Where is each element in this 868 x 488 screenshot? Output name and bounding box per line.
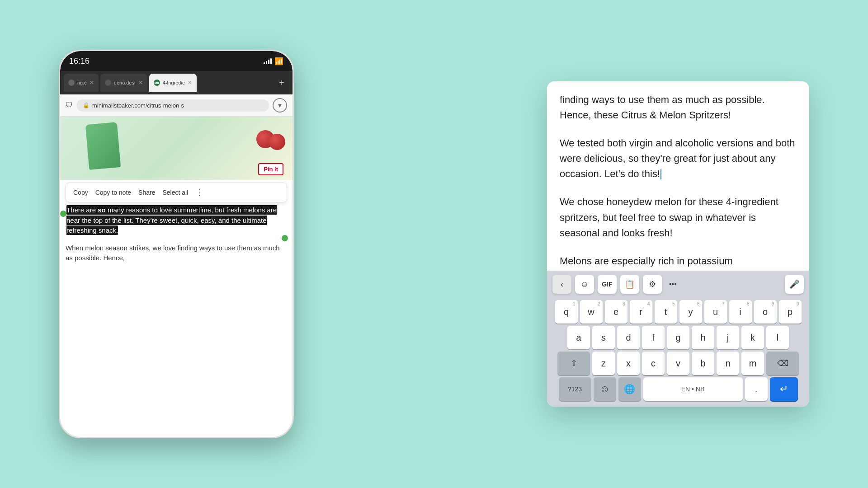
tab-1[interactable]: ng.c ✕ (64, 74, 99, 92)
tab-1-close[interactable]: ✕ (90, 80, 94, 86)
key-f[interactable]: f (642, 326, 665, 349)
share-button[interactable]: Share (138, 189, 155, 196)
key-x[interactable]: x (617, 352, 640, 375)
select-all-button[interactable]: Select all (162, 189, 188, 196)
text-content-area[interactable]: finding ways to use them as much as poss… (547, 81, 809, 271)
more-options-button[interactable]: ⋮ (195, 188, 203, 197)
keyboard-mic-button[interactable]: 🎤 (785, 275, 804, 294)
text-paragraph-2: We tested both virgin and alcoholic vers… (560, 136, 797, 182)
tab-1-label: ng.c (77, 80, 87, 85)
key-v[interactable]: v (667, 352, 689, 375)
space-label: EN • NB (681, 385, 705, 393)
key-n[interactable]: n (717, 352, 739, 375)
keyboard-settings-button[interactable]: ⚙ (643, 275, 662, 294)
key-emoji[interactable]: ☺ (594, 377, 616, 401)
key-globe[interactable]: 🌐 (618, 377, 641, 401)
key-g[interactable]: g (667, 326, 689, 349)
cherry-2 (269, 134, 285, 150)
selection-handle-left (60, 211, 66, 217)
more-dots-icon: ••• (669, 280, 677, 288)
clipboard-icon: 📋 (625, 279, 635, 289)
article-text-normal: When melon season strikes, we love findi… (60, 239, 292, 263)
text-paragraph-3: We chose honeydew melon for these 4-ingr… (560, 194, 797, 240)
key-z[interactable]: z (592, 352, 615, 375)
period-label: . (755, 384, 758, 394)
key-row-4: ?123 ☺ 🌐 EN • NB . ↵ (549, 377, 807, 401)
tab-3[interactable]: Mb 4-Ingredie ✕ (149, 74, 197, 92)
phone-device: 16:16 📶 ng.c ✕ (59, 50, 294, 438)
key-row-2: a s d f g h j k l (549, 326, 807, 349)
tab-2-favicon (105, 80, 111, 86)
status-bar: 16:16 📶 (60, 51, 292, 71)
key-e[interactable]: 3e (605, 300, 627, 324)
key-row-3: ⇧ z x c v b n m ⌫ (549, 352, 807, 375)
wifi-icon: 📶 (274, 57, 283, 66)
key-m[interactable]: m (741, 352, 764, 375)
key-i[interactable]: 8i (729, 300, 752, 324)
key-b[interactable]: b (692, 352, 714, 375)
key-l[interactable]: l (766, 326, 789, 349)
paragraph-1-text: finding ways to use them as much as poss… (560, 94, 765, 121)
keyboard-emoji-panel-button[interactable]: ☺ (575, 275, 594, 294)
status-icons: 📶 (264, 57, 283, 66)
tab-2-label: ueno.desi (114, 80, 136, 85)
key-q[interactable]: 1q (555, 300, 578, 324)
keyboard-clipboard-button[interactable]: 📋 (620, 275, 639, 294)
scene: 16:16 📶 ng.c ✕ (0, 0, 868, 488)
status-time: 16:16 (69, 56, 90, 66)
shift-icon: ⇧ (571, 358, 577, 368)
key-p[interactable]: 0p (779, 300, 802, 324)
keyboard-more-button[interactable]: ••• (665, 280, 680, 288)
key-s[interactable]: s (592, 326, 615, 349)
tab-2-close[interactable]: ✕ (138, 80, 143, 86)
key-backspace[interactable]: ⌫ (766, 352, 799, 375)
key-j[interactable]: j (717, 326, 739, 349)
settings-icon: ⚙ (649, 279, 656, 289)
backspace-icon: ⌫ (777, 358, 788, 368)
key-space[interactable]: EN • NB (643, 377, 743, 401)
key-t[interactable]: 5t (655, 300, 677, 324)
key-k[interactable]: k (741, 326, 764, 349)
lock-icon: 🔒 (83, 102, 90, 108)
text-paragraph-4: Melons are especially rich in potassium (560, 253, 797, 269)
paragraph-2-text: We tested both virgin and alcoholic vers… (560, 137, 795, 179)
article-text-selected: There are so many reasons to love summer… (60, 205, 292, 239)
tab-3-close[interactable]: ✕ (188, 80, 192, 86)
copy-to-note-button[interactable]: Copy to note (95, 189, 131, 196)
key-enter[interactable]: ↵ (770, 377, 798, 401)
tab-add-button[interactable]: + (274, 75, 289, 90)
copy-button[interactable]: Copy (73, 189, 88, 196)
key-number-mode[interactable]: ?123 (559, 377, 591, 401)
keyboard-back-button[interactable]: ‹ (552, 275, 571, 294)
key-c[interactable]: c (642, 352, 665, 375)
key-w[interactable]: 2w (580, 300, 603, 324)
key-shift[interactable]: ⇧ (557, 352, 590, 375)
key-y[interactable]: 6y (679, 300, 702, 324)
tab-2[interactable]: ueno.desi ✕ (100, 74, 147, 92)
save-to-pocket-button[interactable]: ▼ (273, 98, 287, 113)
url-text: minimalistbaker.com/citrus-melon-s (92, 102, 184, 109)
article-image: Pin it (60, 117, 292, 180)
key-a[interactable]: a (567, 326, 590, 349)
selection-handle-right (282, 235, 288, 241)
phone-screen: 16:16 📶 ng.c ✕ (60, 51, 292, 437)
bottle-image (85, 122, 121, 170)
mic-icon: 🎤 (789, 279, 799, 289)
pin-it-button[interactable]: Pin it (258, 163, 283, 175)
key-u[interactable]: 7u (704, 300, 727, 324)
emoji-icon: ☺ (599, 383, 609, 395)
key-period[interactable]: . (745, 377, 768, 401)
address-bar: 🛡 🔒 minimalistbaker.com/citrus-melon-s ▼ (60, 94, 292, 117)
key-r[interactable]: 4r (630, 300, 652, 324)
enter-icon: ↵ (780, 383, 788, 395)
key-h[interactable]: h (692, 326, 714, 349)
key-o[interactable]: 9o (754, 300, 777, 324)
keyboard-gif-button[interactable]: GIF (598, 275, 617, 294)
text-paragraph-1: finding ways to use them as much as poss… (560, 92, 797, 123)
globe-icon: 🌐 (624, 384, 635, 394)
url-bar[interactable]: 🔒 minimalistbaker.com/citrus-melon-s (76, 99, 269, 112)
keyboard-panel: finding ways to use them as much as poss… (547, 81, 809, 407)
keyboard-toolbar: ‹ ☺ GIF 📋 ⚙ ••• 🎤 (547, 271, 809, 297)
number-mode-label: ?123 (568, 385, 582, 393)
key-d[interactable]: d (617, 326, 640, 349)
